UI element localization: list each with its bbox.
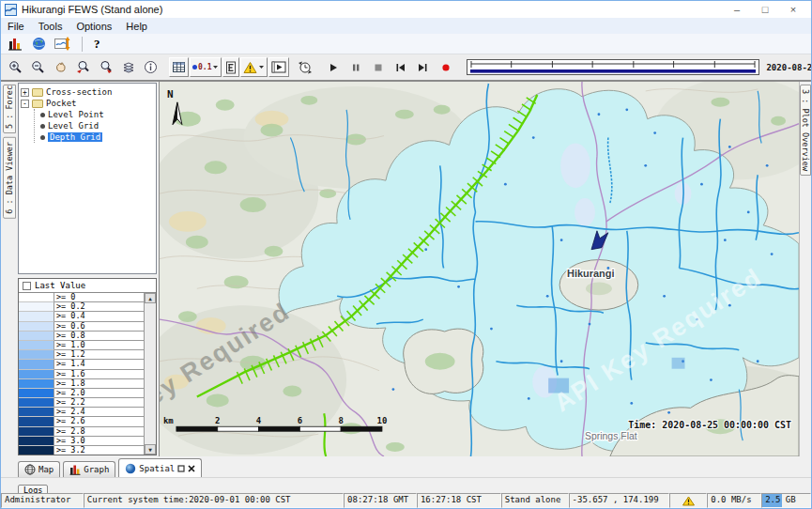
pan-hand-button[interactable]: [50, 57, 71, 77]
menu-file[interactable]: File: [8, 21, 24, 32]
globe-wire-icon: [24, 464, 36, 475]
tab-map[interactable]: Map: [18, 461, 60, 477]
last-value-checkbox[interactable]: [23, 282, 31, 290]
tree-node-level-grid[interactable]: Level Grid: [35, 120, 154, 131]
legend-header: Last Value: [19, 279, 156, 293]
tab-plot-overview[interactable]: 3 : Plot Overview: [800, 85, 811, 176]
map-toolbar: 0.1: [1, 54, 811, 82]
record-button[interactable]: [435, 57, 456, 77]
layer-tree: + Cross-section - Pocket Level Point: [18, 83, 157, 274]
legend-swatch: [19, 408, 54, 417]
folder-icon: [32, 88, 43, 97]
warning-dropdown[interactable]: [240, 57, 268, 77]
legend-row[interactable]: >= 3.2: [19, 446, 144, 455]
maximize-button[interactable]: □: [751, 2, 779, 17]
tree-node-cross-section[interactable]: + Cross-section: [21, 86, 154, 98]
scroll-up-icon[interactable]: ▲: [145, 293, 156, 303]
status-system-time: Current system time:2020-09-01 00:00 CST: [84, 493, 344, 508]
bar-chart-icon: [69, 464, 81, 475]
status-bar: Administrator Current system time:2020-0…: [1, 493, 811, 508]
bottom-tab-bar: Map Graph Spatial: [1, 456, 811, 477]
tab-graph[interactable]: Graph: [63, 461, 115, 477]
scroll-track[interactable]: [145, 303, 156, 444]
info-button[interactable]: [140, 57, 161, 77]
tab-map-label: Map: [38, 465, 54, 474]
legend-swatch: [19, 332, 54, 341]
svg-text:N: N: [167, 88, 174, 100]
database-display-icon[interactable]: [8, 37, 23, 51]
minimize-button[interactable]: –: [723, 2, 751, 17]
menu-tools[interactable]: Tools: [38, 21, 63, 32]
zoom-out-button[interactable]: [27, 57, 49, 77]
grid-display-button[interactable]: [169, 57, 189, 77]
chevron-down-icon: [212, 58, 219, 76]
legend-swatch: [19, 302, 54, 312]
legend-swatch: [19, 322, 54, 332]
sphere-icon: [125, 463, 136, 474]
skip-to-start-button[interactable]: [390, 57, 411, 77]
skip-to-end-button[interactable]: [412, 57, 434, 77]
stop-button[interactable]: [367, 57, 389, 77]
help-button[interactable]: ?: [94, 37, 100, 52]
map-display-icon[interactable]: [32, 37, 46, 51]
svg-text:4: 4: [256, 416, 261, 425]
svg-text:km: km: [163, 416, 174, 425]
tab-data-viewer[interactable]: 6 : Data Viewer: [3, 137, 16, 219]
left-tab-strip: 5 : Forec 6 : Data Viewer: [1, 82, 18, 456]
legend-toggle-button[interactable]: [222, 57, 239, 77]
current-time-label: 2020-08-25 00:00:00 CST: [766, 63, 812, 72]
legend-label: >= 1.4: [54, 360, 144, 369]
classification-dropdown[interactable]: 0.1: [190, 57, 222, 77]
legend-swatch: [19, 379, 54, 389]
menu-help[interactable]: Help: [126, 21, 147, 32]
svg-text:8: 8: [338, 416, 343, 425]
bullet-icon: [40, 124, 45, 129]
map-time-label: Time: 2020-08-25 00:00:00 CST: [628, 420, 791, 430]
scroll-down-icon[interactable]: ▼: [145, 444, 156, 455]
legend-swatch: [19, 446, 54, 455]
zoom-previous-button[interactable]: [72, 57, 94, 77]
status-user: Administrator: [1, 493, 84, 508]
layers-button[interactable]: [117, 57, 139, 77]
time-slider[interactable]: [467, 59, 759, 75]
menu-bar: File Tools Options Help: [1, 18, 811, 34]
close-button[interactable]: ×: [779, 2, 807, 17]
zoom-next-button[interactable]: [95, 57, 116, 77]
svg-text:6: 6: [298, 416, 302, 425]
tree-node-pocket[interactable]: - Pocket: [21, 98, 154, 109]
expander-icon[interactable]: -: [21, 100, 29, 108]
time-settings-button[interactable]: [294, 57, 315, 77]
expander-icon[interactable]: +: [21, 88, 29, 97]
animation-button[interactable]: [268, 57, 289, 77]
tree-node-label: Cross-section: [46, 87, 112, 97]
spatial-display-icon[interactable]: [54, 37, 70, 51]
tab-spatial-label: Spatial: [139, 464, 175, 473]
tree-node-depth-grid[interactable]: Depth Grid: [35, 131, 154, 143]
locality-label: Springs Flat: [585, 431, 637, 441]
tree-node-label: Depth Grid: [48, 132, 102, 142]
map-viewport[interactable]: API Key Required API Key Required Hikura…: [159, 82, 799, 456]
tree-node-level-point[interactable]: Level Point: [35, 109, 154, 120]
legend-swatch: [19, 350, 54, 360]
legend-row[interactable]: >= 1.4: [19, 360, 144, 369]
legend-swatch: [19, 293, 54, 302]
tab-spatial[interactable]: Spatial: [118, 458, 202, 477]
float-window-icon[interactable]: [177, 465, 185, 472]
menu-options[interactable]: Options: [76, 21, 112, 32]
class-dot-icon: [192, 65, 197, 69]
status-warning[interactable]: [669, 493, 707, 508]
close-tab-icon[interactable]: [188, 465, 195, 472]
zoom-in-button[interactable]: [5, 57, 26, 77]
status-download-rate: 0.0 MB/s: [707, 493, 761, 508]
pause-button[interactable]: [345, 57, 366, 77]
play-button[interactable]: [322, 57, 344, 77]
warning-icon: [243, 61, 257, 74]
legend-swatch: [19, 437, 54, 446]
status-gmt-time: 08:27:18 GMT: [344, 493, 417, 508]
legend-rows: >= 0 >= 0.2 >= 0.4 >= 0.6 >= 0.8 >= 1.0 …: [19, 293, 144, 455]
tab-forecast[interactable]: 5 : Forec: [3, 85, 16, 133]
window-controls: – □ ×: [723, 2, 807, 17]
legend-scrollbar[interactable]: ▲ ▼: [144, 293, 156, 455]
status-coordinates: -35.657 , 174.199: [569, 493, 670, 508]
legend-panel: Last Value >= 0 >= 0.2 >= 0.4 >= 0.6 >= …: [18, 278, 157, 455]
